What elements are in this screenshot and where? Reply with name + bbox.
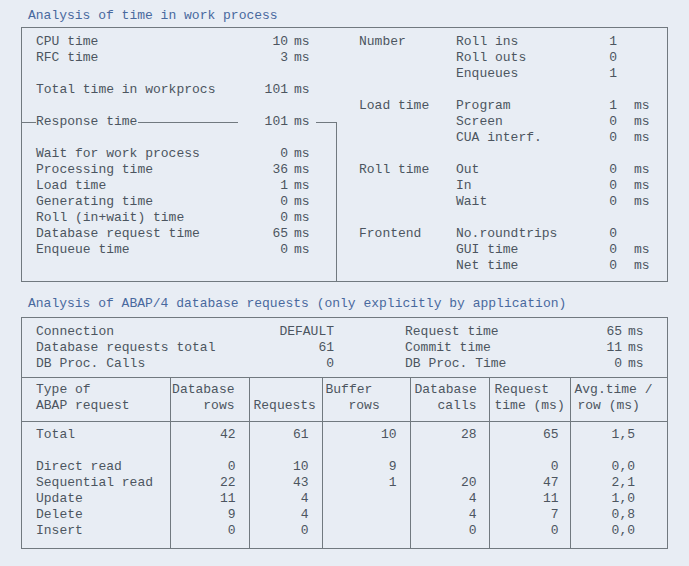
- cell-type: Insert: [22, 523, 170, 548]
- db-summary: ConnectionDEFAULTRequest time65msDatabas…: [22, 318, 667, 378]
- col-header-line2: rows: [171, 398, 249, 414]
- blank-row: [337, 82, 666, 98]
- cell-db_calls: 0: [410, 523, 489, 548]
- col-header-line1: Buffer: [323, 382, 410, 398]
- cell-requests: 10: [249, 459, 322, 475]
- cell-buffer_rows: 9: [322, 459, 410, 475]
- counter-row: FrontendNo.roundtrips0: [337, 226, 666, 242]
- summary-label: Request time: [405, 324, 545, 340]
- db-table-header: Type ofABAP requestDatabaserows Requests…: [22, 378, 667, 422]
- counter-unit: ms: [617, 114, 666, 130]
- time-value: 0: [228, 242, 288, 258]
- blank-row: [22, 98, 337, 114]
- table-row: Total42611028651,5: [22, 422, 667, 444]
- time-value: 36: [228, 162, 288, 178]
- summary-label: Connection: [36, 324, 216, 340]
- counter-value: 1: [567, 66, 617, 82]
- time-unit: ms: [288, 178, 337, 194]
- cell-type: Delete: [22, 507, 170, 523]
- counter-value: 0: [567, 194, 617, 210]
- counters-pane: NumberRoll ins1Roll outs0Enqueues1 Load …: [337, 28, 666, 281]
- time-label: Total time in workprocs: [36, 82, 228, 98]
- time-value: 0: [228, 146, 288, 162]
- cell-type: Direct read: [22, 459, 170, 475]
- counter-label: Screen: [456, 114, 567, 130]
- counter-label: Enqueues: [456, 66, 567, 82]
- cell-requests: 0: [249, 523, 322, 548]
- time-label: CPU time: [36, 34, 228, 50]
- col-header-db_calls: Databasecalls: [410, 378, 489, 422]
- group-label: [359, 194, 456, 210]
- counter-unit: [617, 66, 666, 82]
- cell-avg_time: 1,0: [570, 491, 667, 507]
- col-header-line2: ABAP request: [22, 398, 170, 414]
- db-requests-table: Type ofABAP requestDatabaserows Requests…: [22, 378, 667, 548]
- time-unit: ms: [288, 210, 337, 226]
- cell-requests: 43: [249, 475, 322, 491]
- time-value: 0: [228, 210, 288, 226]
- counter-unit: [617, 50, 666, 66]
- counter-value: 0: [567, 178, 617, 194]
- summary-value: 61: [216, 340, 334, 356]
- cell-buffer_rows: 1: [322, 475, 410, 491]
- time-label: Wait for work process: [36, 146, 228, 162]
- col-header-avg_time: Avg.time /row (ms): [570, 378, 667, 422]
- db-table-body: Total42611028651,5 Direct read0109 00,0S…: [22, 422, 667, 549]
- blank-row: [22, 66, 337, 82]
- counter-value: 0: [567, 226, 617, 242]
- cell-buffer_rows: [322, 507, 410, 523]
- counter-label: Roll ins: [456, 34, 567, 50]
- time-row: Enqueue time0ms: [22, 242, 337, 258]
- time-unit: ms: [288, 242, 337, 258]
- counter-label: Program: [456, 98, 567, 114]
- cell-db_rows: 42: [170, 422, 249, 444]
- col-header-requests: Requests: [249, 378, 322, 422]
- db-summary-row: DB Proc. Calls0DB Proc. Time0ms: [22, 356, 667, 372]
- cell-buffer_rows: [322, 491, 410, 507]
- blank-table-row: [22, 443, 667, 459]
- group-label: Number: [359, 34, 456, 50]
- col-header-type: Type ofABAP request: [22, 378, 170, 422]
- group-label: [359, 50, 456, 66]
- counter-unit: ms: [617, 258, 666, 274]
- counter-label: In: [456, 178, 567, 194]
- table-row: Sequential read2243120472,1: [22, 475, 667, 491]
- col-header-line2: Requests: [250, 398, 322, 414]
- time-value: 101: [228, 82, 288, 98]
- time-analysis-panel: CPU time10msRFC time3ms Total time in wo…: [21, 27, 668, 282]
- cell-req_time: 11: [489, 491, 570, 507]
- summary-unit: ms: [622, 324, 666, 340]
- time-row: RFC time3ms: [22, 50, 337, 66]
- workprocess-times-pane: CPU time10msRFC time3ms Total time in wo…: [22, 28, 337, 281]
- cell-db_calls: [410, 459, 489, 475]
- time-label: Load time: [36, 178, 228, 194]
- counter-row: Screen0ms: [337, 114, 666, 130]
- cell-req_time: 47: [489, 475, 570, 491]
- col-header-line2: rows: [323, 398, 410, 414]
- counter-row: Roll outs0: [337, 50, 666, 66]
- table-row: Insert00 000,0: [22, 523, 667, 548]
- cell-type: Update: [22, 491, 170, 507]
- time-row: Processing time36ms: [22, 162, 337, 178]
- cell-req_time: 65: [489, 422, 570, 444]
- cell-type: [22, 443, 170, 459]
- counter-label: Net time: [456, 258, 567, 274]
- time-label: Database request time: [36, 226, 228, 242]
- counter-value: 0: [567, 242, 617, 258]
- cell-requests: 4: [249, 507, 322, 523]
- counter-value: 1: [567, 34, 617, 50]
- table-row: Delete94 470,8: [22, 507, 667, 523]
- col-header-db_rows: Databaserows: [170, 378, 249, 422]
- col-header-line2: calls: [411, 398, 489, 414]
- summary-label: DB Proc. Time: [405, 356, 545, 372]
- db-summary-row: ConnectionDEFAULTRequest time65ms: [22, 324, 667, 340]
- section-title-time-analysis: Analysis of time in work process: [28, 8, 668, 24]
- counter-row: Net time0ms: [337, 258, 666, 274]
- time-row: Database request time65ms: [22, 226, 337, 242]
- counter-value: 0: [567, 162, 617, 178]
- blank-row: [337, 146, 666, 162]
- group-label: [359, 114, 456, 130]
- counter-label: Out: [456, 162, 567, 178]
- db-header-row: Type ofABAP requestDatabaserows Requests…: [22, 378, 667, 422]
- counter-label: No.roundtrips: [456, 226, 567, 242]
